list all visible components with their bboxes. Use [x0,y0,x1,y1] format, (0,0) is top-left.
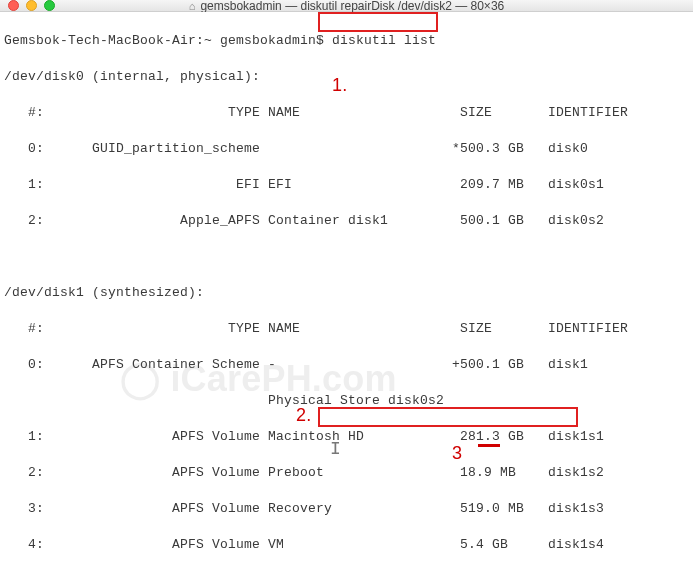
cmd-diskutil-list: diskutil list [332,33,436,48]
disk1-row: 3: APFS Volume Recovery 519.0 MB disk1s3 [4,500,689,518]
disk1-cols: #: TYPE NAME SIZE IDENTIFIER [4,320,689,338]
prompt-prefix: Gemsbok-Tech-MacBook-Air:~ gemsbokadmin$ [4,33,332,48]
minimize-button[interactable] [26,0,37,11]
blank [4,248,689,266]
maximize-button[interactable] [44,0,55,11]
window-title-text: gemsbokadmin — diskutil repairDisk /dev/… [200,0,504,13]
close-button[interactable] [8,0,19,11]
disk0-row: 0: GUID_partition_scheme *500.3 GB disk0 [4,140,689,158]
prompt-line-1: Gemsbok-Tech-MacBook-Air:~ gemsbokadmin$… [4,32,689,50]
home-icon: ⌂ [189,0,196,12]
terminal-window: ⌂ gemsbokadmin — diskutil repairDisk /de… [0,0,693,571]
highlight-box-2 [318,407,578,427]
window-title: ⌂ gemsbokadmin — diskutil repairDisk /de… [189,0,504,13]
disk1-row: 0: APFS Container Scheme - +500.1 GB dis… [4,356,689,374]
disk1-row: 1: APFS Volume Macintosh HD 281.3 GB dis… [4,428,689,446]
traffic-lights [8,0,55,11]
disk0-row: 2: Apple_APFS Container disk1 500.1 GB d… [4,212,689,230]
disk1-row: Physical Store disk0s2 [4,392,689,410]
disk0-cols: #: TYPE NAME SIZE IDENTIFIER [4,104,689,122]
disk0-header: /dev/disk0 (internal, physical): [4,68,689,86]
annot-number-3: 3 [452,444,462,462]
disk1-row: 4: APFS Volume VM 5.4 GB disk1s4 [4,536,689,554]
terminal-body[interactable]: Gemsbok-Tech-MacBook-Air:~ gemsbokadmin$… [0,12,693,571]
titlebar: ⌂ gemsbokadmin — diskutil repairDisk /de… [0,0,693,12]
highlight-box-1 [318,12,438,32]
disk1-row: 2: APFS Volume Preboot 18.9 MB disk1s2 [4,464,689,482]
disk1-header: /dev/disk1 (synthesized): [4,284,689,302]
disk0-row: 1: EFI EFI 209.7 MB disk0s1 [4,176,689,194]
